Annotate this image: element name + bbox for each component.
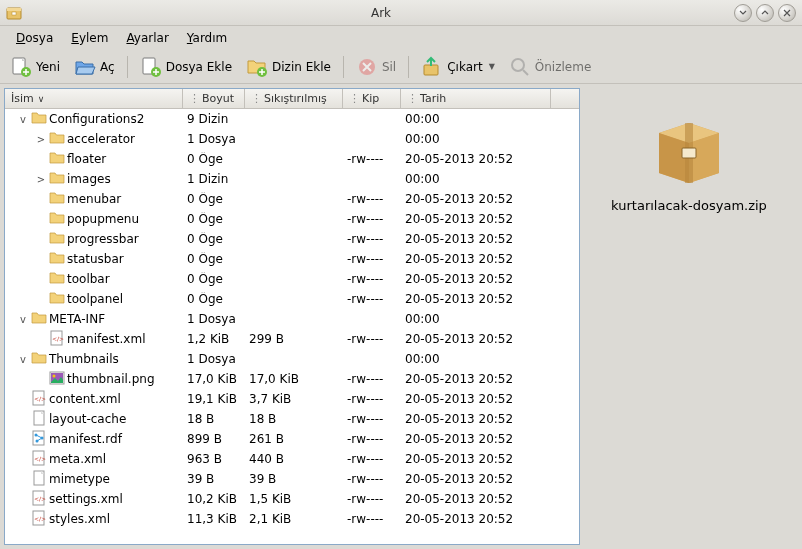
xml-icon: </> <box>31 390 47 409</box>
file-name: thumbnail.png <box>67 372 155 386</box>
xml-icon: </> <box>31 490 47 509</box>
file-date: 20-05-2013 20:52 <box>401 412 551 426</box>
file-compressed: 299 B <box>245 332 343 346</box>
file-size: 19,1 KiB <box>183 392 245 406</box>
table-row[interactable]: toolbar0 Öge-rw----20-05-2013 20:52 <box>5 269 579 289</box>
file-mode: -rw---- <box>343 272 401 286</box>
table-row[interactable]: vConfigurations29 Dizin00:00 <box>5 109 579 129</box>
file-size: 18 B <box>183 412 245 426</box>
file-date: 20-05-2013 20:52 <box>401 472 551 486</box>
file-date: 20-05-2013 20:52 <box>401 492 551 506</box>
file-name: layout-cache <box>49 412 126 426</box>
file-size: 0 Öge <box>183 152 245 166</box>
table-row[interactable]: >accelerator1 Dosya00:00 <box>5 129 579 149</box>
adddir-button[interactable]: Dizin Ekle <box>240 53 337 81</box>
file-name: accelerator <box>67 132 135 146</box>
table-row[interactable]: layout-cache18 B18 B-rw----20-05-2013 20… <box>5 409 579 429</box>
svg-rect-2 <box>12 12 16 15</box>
col-mode[interactable]: ⋮Kip <box>343 89 401 108</box>
file-date: 20-05-2013 20:52 <box>401 292 551 306</box>
file-name: toolpanel <box>67 292 123 306</box>
file-size: 0 Öge <box>183 232 245 246</box>
file-date: 20-05-2013 20:52 <box>401 332 551 346</box>
addfile-button[interactable]: Dosya Ekle <box>134 53 238 81</box>
table-row[interactable]: statusbar0 Öge-rw----20-05-2013 20:52 <box>5 249 579 269</box>
table-row[interactable]: vThumbnails1 Dosya00:00 <box>5 349 579 369</box>
extract-button[interactable]: Çıkart ▼ <box>415 53 501 81</box>
file-mode: -rw---- <box>343 432 401 446</box>
file-date: 20-05-2013 20:52 <box>401 392 551 406</box>
toolbar-separator <box>408 56 409 78</box>
minimize-button[interactable] <box>734 4 752 22</box>
file-name: popupmenu <box>67 212 139 226</box>
file-compressed: 261 B <box>245 432 343 446</box>
file-mode: -rw---- <box>343 452 401 466</box>
svg-point-15 <box>53 374 56 377</box>
table-row[interactable]: progressbar0 Öge-rw----20-05-2013 20:52 <box>5 229 579 249</box>
open-icon <box>74 56 96 78</box>
file-mode: -rw---- <box>343 392 401 406</box>
table-row[interactable]: mimetype39 B39 B-rw----20-05-2013 20:52 <box>5 469 579 489</box>
table-row[interactable]: </>meta.xml963 B440 B-rw----20-05-2013 2… <box>5 449 579 469</box>
col-name[interactable]: İsim∨ <box>5 89 183 108</box>
new-button[interactable]: Yeni <box>4 53 66 81</box>
table-row[interactable]: popupmenu0 Öge-rw----20-05-2013 20:52 <box>5 209 579 229</box>
table-row[interactable]: manifest.rdf899 B261 B-rw----20-05-2013 … <box>5 429 579 449</box>
table-row[interactable]: >images1 Dizin00:00 <box>5 169 579 189</box>
file-mode: -rw---- <box>343 192 401 206</box>
col-size[interactable]: ⋮Boyut <box>183 89 245 108</box>
expander-icon[interactable]: > <box>35 134 47 145</box>
file-date: 20-05-2013 20:52 <box>401 192 551 206</box>
file-name: meta.xml <box>49 452 106 466</box>
menu-action[interactable]: Eylem <box>63 28 116 48</box>
expander-icon[interactable]: v <box>17 314 29 325</box>
file-name: toolbar <box>67 272 110 286</box>
table-row[interactable]: </>settings.xml10,2 KiB1,5 KiB-rw----20-… <box>5 489 579 509</box>
preview-icon <box>509 56 531 78</box>
maximize-button[interactable] <box>756 4 774 22</box>
file-name: manifest.rdf <box>49 432 122 446</box>
preview-button: Önizleme <box>503 53 597 81</box>
expander-icon[interactable]: > <box>35 174 47 185</box>
col-date[interactable]: ⋮Tarih <box>401 89 551 108</box>
folder-icon <box>49 230 65 249</box>
table-row[interactable]: thumbnail.png17,0 KiB17,0 KiB-rw----20-0… <box>5 369 579 389</box>
file-list-panel: İsim∨ ⋮Boyut ⋮Sıkıştırılmış ⋮Kip ⋮Tarih … <box>4 88 580 545</box>
svg-text:</>: </> <box>34 395 46 402</box>
folder-icon <box>49 210 65 229</box>
table-row[interactable]: toolpanel0 Öge-rw----20-05-2013 20:52 <box>5 289 579 309</box>
table-row[interactable]: menubar0 Öge-rw----20-05-2013 20:52 <box>5 189 579 209</box>
file-size: 1 Dosya <box>183 352 245 366</box>
file-size: 0 Öge <box>183 212 245 226</box>
folder-icon <box>31 110 47 129</box>
extract-dropdown-icon[interactable]: ▼ <box>489 62 495 71</box>
titlebar: Ark <box>0 0 802 26</box>
file-compressed: 440 B <box>245 452 343 466</box>
table-row[interactable]: vMETA-INF1 Dosya00:00 <box>5 309 579 329</box>
expander-icon[interactable]: v <box>17 114 29 125</box>
menu-help[interactable]: Yardım <box>179 28 235 48</box>
open-button[interactable]: Aç <box>68 53 121 81</box>
close-button[interactable] <box>778 4 796 22</box>
svg-rect-1 <box>7 8 21 11</box>
expander-icon[interactable]: v <box>17 354 29 365</box>
file-tree[interactable]: vConfigurations29 Dizin00:00>accelerator… <box>5 109 579 544</box>
col-compressed[interactable]: ⋮Sıkıştırılmış <box>245 89 343 108</box>
table-row[interactable]: </>manifest.xml1,2 KiB299 B-rw----20-05-… <box>5 329 579 349</box>
menu-file[interactable]: Dosya <box>8 28 61 48</box>
table-row[interactable]: </>content.xml19,1 KiB3,7 KiB-rw----20-0… <box>5 389 579 409</box>
file-date: 20-05-2013 20:52 <box>401 152 551 166</box>
file-name: Configurations2 <box>49 112 144 126</box>
menu-settings[interactable]: Ayarlar <box>118 28 176 48</box>
file-name: styles.xml <box>49 512 110 526</box>
adddir-icon <box>246 56 268 78</box>
column-headers: İsim∨ ⋮Boyut ⋮Sıkıştırılmış ⋮Kip ⋮Tarih <box>5 89 579 109</box>
file-compressed: 17,0 KiB <box>245 372 343 386</box>
table-row[interactable]: </>styles.xml11,3 KiB2,1 KiB-rw----20-05… <box>5 509 579 529</box>
delete-icon <box>356 56 378 78</box>
xml-icon: </> <box>31 450 47 469</box>
file-mode: -rw---- <box>343 212 401 226</box>
file-date: 20-05-2013 20:52 <box>401 272 551 286</box>
file-date: 00:00 <box>401 172 551 186</box>
table-row[interactable]: floater0 Öge-rw----20-05-2013 20:52 <box>5 149 579 169</box>
